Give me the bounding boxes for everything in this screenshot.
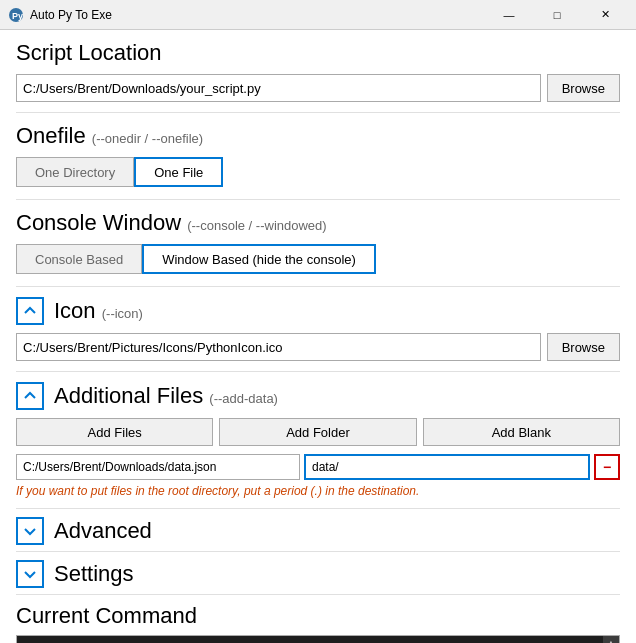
advanced-title: Advanced (54, 518, 152, 544)
command-box: ▲ ▼ (16, 635, 620, 643)
chevron-down-icon-2 (22, 566, 38, 582)
script-browse-button[interactable]: Browse (547, 74, 620, 102)
title-bar-controls: — □ ✕ (486, 0, 628, 30)
script-location-row: Browse (16, 74, 620, 102)
settings-title: Settings (54, 561, 134, 587)
add-folder-button[interactable]: Add Folder (219, 418, 416, 446)
chevron-down-icon (22, 523, 38, 539)
onefile-subtitle: (--onedir / --onefile) (92, 131, 203, 146)
title-bar-left: Py Auto Py To Exe (8, 7, 112, 23)
icon-section-title: Icon (--icon) (54, 298, 143, 324)
settings-collapse-button[interactable] (16, 560, 44, 588)
icon-label: Icon (54, 298, 96, 323)
minimize-button[interactable]: — (486, 0, 532, 30)
table-row: − (16, 454, 620, 480)
chevron-up-icon-2 (22, 388, 38, 404)
console-window-subtitle: (--console / --windowed) (187, 218, 326, 233)
script-location-title: Script Location (16, 40, 620, 66)
icon-subtitle: (--icon) (102, 306, 143, 321)
chevron-up-icon (22, 303, 38, 319)
divider-5 (16, 508, 620, 509)
divider-3 (16, 286, 620, 287)
additional-files-header: Additional Files (--add-data) (16, 382, 620, 410)
onefile-btn-group: One Directory One File (16, 157, 620, 187)
onefile-title: Onefile (--onedir / --onefile) (16, 123, 620, 149)
app-title: Auto Py To Exe (30, 8, 112, 22)
divider-7 (16, 594, 620, 595)
divider-4 (16, 371, 620, 372)
current-command-title: Current Command (16, 603, 620, 629)
window-based-button[interactable]: Window Based (hide the console) (142, 244, 376, 274)
one-directory-button[interactable]: One Directory (16, 157, 134, 187)
advanced-section: Advanced (16, 517, 620, 545)
maximize-button[interactable]: □ (534, 0, 580, 30)
advanced-collapse-button[interactable] (16, 517, 44, 545)
console-window-label: Console Window (16, 210, 181, 235)
add-blank-button[interactable]: Add Blank (423, 418, 620, 446)
title-bar: Py Auto Py To Exe — □ ✕ (0, 0, 636, 30)
script-path-input[interactable] (16, 74, 541, 102)
console-based-button[interactable]: Console Based (16, 244, 142, 274)
divider-6 (16, 551, 620, 552)
icon-section-header: Icon (--icon) (16, 297, 620, 325)
svg-text:Py: Py (12, 11, 23, 21)
additional-files-subtitle: (--add-data) (209, 391, 278, 406)
main-content: Script Location Browse Onefile (--onedir… (0, 30, 636, 643)
icon-path-input[interactable] (16, 333, 541, 361)
additional-files-title: Additional Files (--add-data) (54, 383, 278, 409)
icon-path-row: Browse (16, 333, 620, 361)
remove-file-button[interactable]: − (594, 454, 620, 480)
additional-files-collapse-button[interactable] (16, 382, 44, 410)
minus-icon: − (603, 459, 611, 475)
file-path-input[interactable] (16, 454, 300, 480)
add-files-button[interactable]: Add Files (16, 418, 213, 446)
hint-text: If you want to put files in the root dir… (16, 484, 620, 498)
console-window-title: Console Window (--console / --windowed) (16, 210, 620, 236)
divider-1 (16, 112, 620, 113)
file-dest-input[interactable] (304, 454, 590, 480)
scroll-up-arrow[interactable]: ▲ (604, 636, 618, 643)
close-button[interactable]: ✕ (582, 0, 628, 30)
add-files-buttons-row: Add Files Add Folder Add Blank (16, 418, 620, 446)
scrollbar[interactable]: ▲ ▼ (603, 636, 619, 643)
one-file-button[interactable]: One File (134, 157, 223, 187)
additional-files-label: Additional Files (54, 383, 203, 408)
onefile-label: Onefile (16, 123, 86, 148)
command-textarea[interactable] (17, 636, 619, 643)
icon-browse-button[interactable]: Browse (547, 333, 620, 361)
console-window-btn-group: Console Based Window Based (hide the con… (16, 244, 620, 274)
icon-collapse-button[interactable] (16, 297, 44, 325)
settings-section: Settings (16, 560, 620, 588)
divider-2 (16, 199, 620, 200)
app-icon: Py (8, 7, 24, 23)
